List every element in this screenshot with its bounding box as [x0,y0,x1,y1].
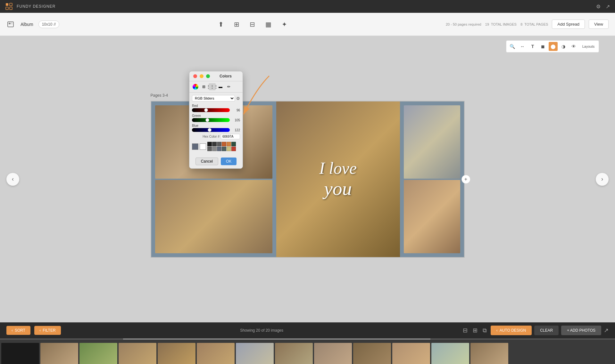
swatch-1[interactable] [207,142,212,146]
tab-crayon[interactable]: ✏ [225,83,232,90]
share-icon[interactable]: ⬆ [218,20,224,28]
film-item-6[interactable]: 1 ★ ★ ★★★ ♥ [236,343,274,364]
photo-boy-portrait[interactable] [404,105,460,179]
canvas-tools: 🔍 ↔ T ◼ ⬤ ◑ 👁 Layouts [506,40,599,53]
settings-icon[interactable]: ⚙ [596,4,601,10]
tab-spectrum[interactable]: ▬ [217,83,224,90]
size-badge[interactable]: 10x10 // [38,20,59,28]
sort-button[interactable]: ‹ SORT [6,326,30,335]
grid-icon[interactable]: ⊞ [473,327,478,334]
photo-siblings[interactable] [404,180,460,253]
film-photo-2 [79,343,117,364]
swatch-5[interactable] [227,142,231,146]
tab-sliders[interactable]: ⋮⋮⋮ [209,83,216,90]
filmstrip-container: ★ ★ ★ ★ ★ ♥ 1 ★ ★★★★ ♥ 1 [0,338,615,364]
film-photo-8 [314,343,352,364]
gear-icon[interactable]: ⚙ [236,96,240,101]
swatch-3[interactable] [217,142,221,146]
swatch-2[interactable] [212,142,217,146]
film-item-3[interactable]: 1 ★ ★ ★★★ ♥ [119,343,156,364]
eye-tool[interactable]: 👁 [569,42,578,51]
bottom-toolbar: ‹ SORT ‹ FILTER Showing 20 of 20 images … [0,322,615,338]
dialog-maximize-button[interactable] [206,74,210,78]
ok-button[interactable]: OK [221,158,237,165]
film-photo-9 [353,343,391,364]
add-photos-button[interactable]: + ADD PHOTOS [561,326,601,335]
green-thumb[interactable] [205,118,209,122]
mode-row: RGB Sliders ⚙ [192,95,240,101]
center-page[interactable]: I love you [276,101,400,257]
color-tool[interactable]: ⬤ [549,42,558,51]
hex-input[interactable] [221,134,240,139]
film-item-empty[interactable]: ★ ★ ★ ★ ★ ♥ [1,343,39,364]
cancel-button[interactable]: Cancel [195,158,218,165]
film-item-12[interactable]: 1 ★ ★★★★ ♥ [470,343,508,364]
film-item-5[interactable]: 1 ★★★★★ ♥ [197,343,235,364]
svg-rect-1 [10,3,12,6]
color-picker-dialog: Colors ⊞ ⋮⋮⋮ ▬ ✏ RGB Sliders ⚙ Red [189,71,243,169]
svg-rect-3 [10,7,12,10]
add-spread-button[interactable]: Add Spread [552,20,585,29]
prev-spread-button[interactable]: ‹ [6,173,19,186]
export-icon[interactable]: ↗ [606,4,610,10]
magic-icon[interactable]: ✦ [282,20,287,28]
toolbar-right: 20 - 50 pages required 19 TOTAL IMAGES 8… [446,20,609,29]
view-button[interactable]: View [589,20,609,29]
film-item-7[interactable]: 1 ★ ★ ★★★ ♥ [275,343,313,364]
previous-color-swatch [200,143,206,150]
map-icon[interactable]: ⊞ [234,20,239,28]
swatch-9[interactable] [217,147,221,151]
red-track[interactable] [192,108,230,112]
share-export-icon[interactable]: ↗ [604,327,609,334]
green-track[interactable] [192,118,230,122]
layout-icon[interactable]: ▦ [265,20,271,28]
add-spread-inline-button[interactable]: + [461,175,470,184]
dialog-close-button[interactable] [193,74,197,78]
album-label: Album [21,22,33,27]
color-picker-body: RGB Sliders ⚙ Red 96 Green [189,93,243,156]
color-wheel-icon [193,84,198,90]
blue-track[interactable] [192,128,230,132]
text-tool[interactable]: T [528,42,537,51]
dialog-minimize-button[interactable] [200,74,204,78]
filter-button[interactable]: ‹ FILTER [34,326,61,335]
swatch-11[interactable] [227,147,231,151]
square-tool[interactable]: ◼ [538,42,547,51]
layouts-tool[interactable]: Layouts [579,42,597,51]
images-info: Showing 20 of 20 images [65,328,459,333]
swatch-4[interactable] [222,142,226,146]
film-item-2[interactable]: 1 ★ ★ ★★★ ♥ [79,343,117,364]
toolbar: Album 10x10 // ⬆ ⊞ ⊟ ▦ ✦ 20 - 50 pages r… [0,13,615,36]
filmstrip-icon[interactable]: ⊟ [463,327,468,334]
resize-tool[interactable]: ↔ [518,42,527,51]
mode-select[interactable]: RGB Sliders [192,95,235,101]
red-slider-row: Red 96 [192,104,240,112]
zoom-tool[interactable]: 🔍 [508,42,517,51]
blue-value: 122 [231,128,240,132]
scrollbar-thumb[interactable] [123,338,431,340]
layers-icon[interactable]: ⧉ [483,327,487,334]
film-item-1[interactable]: 1 ★ ★★★★ ♥ [40,343,78,364]
canvas-toolbar: 🔍 ↔ T ◼ ⬤ ◑ 👁 Layouts [506,40,599,53]
blue-thumb[interactable] [208,128,212,132]
swatch-12[interactable] [231,147,236,151]
red-slider-container: 96 [192,108,240,112]
pages-icon[interactable]: ⊟ [250,20,255,28]
red-thumb[interactable] [204,108,208,112]
clear-button[interactable]: CLEAR [534,326,559,335]
film-item-11[interactable]: 1 ★ ★ ★★★ ♥ [431,343,469,364]
film-item-9[interactable]: 1 ★★★★★ ♥ [353,343,391,364]
mask-tool[interactable]: ◑ [559,42,568,51]
swatch-8[interactable] [212,147,217,151]
swatch-7[interactable] [207,147,212,151]
film-item-8[interactable]: 1 ★ ★ ★ ★★ ♥ [314,343,352,364]
swatch-6[interactable] [231,142,236,146]
auto-design-button[interactable]: ‹ AUTO DESIGN [491,326,532,335]
tab-wheel[interactable] [192,83,199,90]
film-item-4[interactable]: 1 ★ ★ ★★★ ♥ [158,343,195,364]
photo-family-sitting[interactable] [155,180,272,253]
swatch-10[interactable] [222,147,226,151]
blue-slider-container: 122 [192,128,240,132]
next-spread-button[interactable]: › [596,173,609,186]
film-item-10[interactable]: 1 ★ ★ ★★★ ♥ [392,343,430,364]
